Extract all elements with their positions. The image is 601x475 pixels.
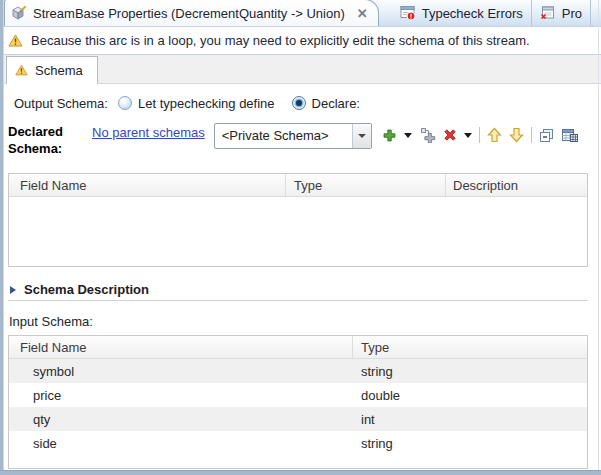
streambase-properties-view: StreamBase Properties (DecrementQuantity… <box>0 0 601 475</box>
declared-schema-label: Declared Schema: <box>8 123 92 157</box>
output-schema-row: Output Schema: Let typechecking define D… <box>8 91 588 115</box>
combo-dropdown-button[interactable] <box>352 124 371 148</box>
table-row-side[interactable]: side string <box>9 431 587 455</box>
cell-type: int <box>352 412 587 427</box>
properties-cube-icon <box>11 5 27 21</box>
table-row-symbol[interactable]: symbol string <box>9 359 587 383</box>
column-header-field-name[interactable]: Field Name <box>9 336 352 358</box>
declared-schema-row: Declared Schema: No parent schemas <Priv… <box>8 123 588 160</box>
remove-field-icon[interactable] <box>443 128 457 142</box>
column-header-description[interactable]: Description <box>446 174 587 196</box>
declared-table-body-empty[interactable] <box>9 197 587 266</box>
radio-let-typechecking-define[interactable]: Let typechecking define <box>118 96 275 111</box>
chevron-down-icon <box>358 134 366 138</box>
toolbar-separator <box>479 127 480 143</box>
tab-problems[interactable]: Pro <box>532 0 591 26</box>
tab-schema[interactable]: Schema <box>6 56 98 84</box>
problems-tab-label: Pro <box>562 6 582 21</box>
window-frame-bottom <box>0 470 601 475</box>
cell-field-name: price <box>9 388 352 403</box>
radio-declare[interactable]: Declare: <box>292 96 360 111</box>
schema-tab-label: Schema <box>35 63 83 78</box>
close-icon[interactable]: ✕ <box>357 6 368 21</box>
warning-banner: Because this arc is in a loop, you may n… <box>4 27 601 55</box>
private-schema-combo[interactable]: <Private Schema> <box>214 123 372 149</box>
tab-streambase-properties[interactable]: StreamBase Properties (DecrementQuantity… <box>4 0 379 26</box>
no-parent-schemas-link[interactable]: No parent schemas <box>92 125 205 140</box>
input-schema-table: Field Name Type symbol string price doub… <box>8 335 588 469</box>
typecheck-tab-label: Typecheck Errors <box>422 6 523 21</box>
problems-icon <box>540 5 556 21</box>
input-table-header: Field Name Type <box>9 336 587 359</box>
tab-typecheck-errors[interactable]: Typecheck Errors <box>392 0 532 26</box>
toolbar-separator <box>531 127 532 143</box>
cell-field-name: symbol <box>9 364 352 379</box>
property-tab-row: Schema <box>4 55 601 84</box>
remove-field-menu-icon[interactable] <box>464 133 472 138</box>
schema-panel: Output Schema: Let typechecking define D… <box>8 84 588 470</box>
move-field-down-icon[interactable] <box>509 127 524 143</box>
schema-description-section[interactable]: Schema Description <box>8 279 588 301</box>
move-field-up-icon[interactable] <box>487 127 502 143</box>
warning-icon <box>8 34 23 47</box>
chevron-right-icon <box>10 286 16 294</box>
declared-schema-table: Field Name Type Description <box>8 173 588 267</box>
column-header-type[interactable]: Type <box>353 336 587 358</box>
radio-button-selected[interactable] <box>292 96 306 110</box>
declared-table-header: Field Name Type Description <box>9 174 587 197</box>
typecheck-errors-icon <box>400 5 416 21</box>
cell-type: string <box>352 436 587 451</box>
schema-toolbar <box>382 127 579 143</box>
warning-message: Because this arc is in a loop, you may n… <box>31 33 530 48</box>
warning-icon <box>15 64 28 76</box>
add-child-field-icon[interactable] <box>419 127 436 143</box>
add-field-icon[interactable] <box>382 128 397 143</box>
schema-description-label: Schema Description <box>24 282 149 297</box>
cell-type: double <box>352 388 587 403</box>
add-field-menu-icon[interactable] <box>404 133 412 138</box>
output-schema-label: Output Schema: <box>14 96 108 111</box>
cell-field-name: side <box>9 436 352 451</box>
cell-type: string <box>352 364 587 379</box>
show-schema-table-icon[interactable] <box>561 127 579 143</box>
copy-schema-icon[interactable] <box>539 128 554 143</box>
radio-declare-label: Declare: <box>312 96 360 111</box>
combo-value: <Private Schema> <box>215 124 352 148</box>
radio-typecheck-label: Let typechecking define <box>138 96 275 111</box>
view-tab-bar: StreamBase Properties (DecrementQuantity… <box>4 0 601 27</box>
cell-field-name: qty <box>9 412 352 427</box>
window-frame-left <box>0 0 4 475</box>
window-frame-right <box>598 0 599 470</box>
table-row-price[interactable]: price double <box>9 383 587 407</box>
input-schema-label: Input Schema: <box>9 314 93 329</box>
radio-button-unselected[interactable] <box>118 96 132 110</box>
table-row-qty[interactable]: qty int <box>9 407 587 431</box>
column-header-field-name[interactable]: Field Name <box>9 174 285 196</box>
column-header-type[interactable]: Type <box>286 174 445 196</box>
active-tab-title: StreamBase Properties (DecrementQuantity… <box>33 6 345 21</box>
